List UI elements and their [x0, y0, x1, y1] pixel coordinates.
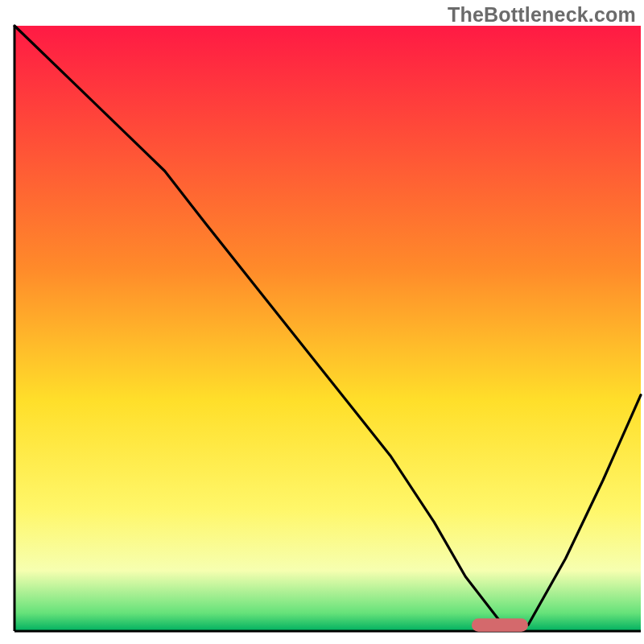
sweet-spot-marker: [472, 618, 528, 632]
watermark-text: TheBottleneck.com: [448, 3, 636, 27]
chart-container: TheBottleneck.com: [0, 0, 644, 644]
bottleneck-chart: [0, 0, 644, 644]
